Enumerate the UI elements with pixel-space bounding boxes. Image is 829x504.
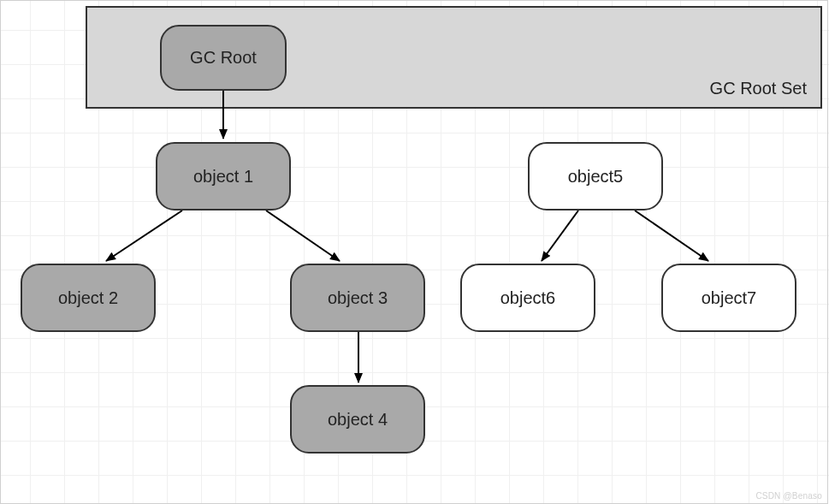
- node-label: object6: [500, 288, 556, 308]
- node-object-2: object 2: [21, 264, 156, 332]
- node-gc-root: GC Root: [160, 25, 287, 91]
- node-label: object 4: [328, 410, 388, 430]
- diagram-canvas: GC Root Set GC Root object 1 object 2 ob…: [0, 0, 829, 504]
- edge-object5-object7: [635, 210, 708, 261]
- edge-object5-object6: [542, 210, 578, 261]
- watermark: CSDN @Benaso: [755, 491, 822, 501]
- edge-object1-object2: [106, 210, 182, 261]
- node-object-5: object5: [528, 142, 663, 210]
- node-label: object5: [568, 167, 624, 187]
- node-label: GC Root: [190, 48, 257, 68]
- node-object-3: object 3: [290, 264, 425, 332]
- node-label: object 2: [58, 288, 118, 308]
- gc-root-set-label: GC Root Set: [710, 79, 807, 98]
- node-label: object 3: [328, 288, 388, 308]
- node-object-4: object 4: [290, 385, 425, 454]
- node-label: object7: [702, 288, 757, 308]
- node-object-1: object 1: [156, 142, 291, 210]
- node-object-7: object7: [661, 264, 796, 332]
- node-object-6: object6: [460, 264, 595, 332]
- node-label: object 1: [193, 167, 253, 187]
- edge-object1-object3: [266, 210, 340, 261]
